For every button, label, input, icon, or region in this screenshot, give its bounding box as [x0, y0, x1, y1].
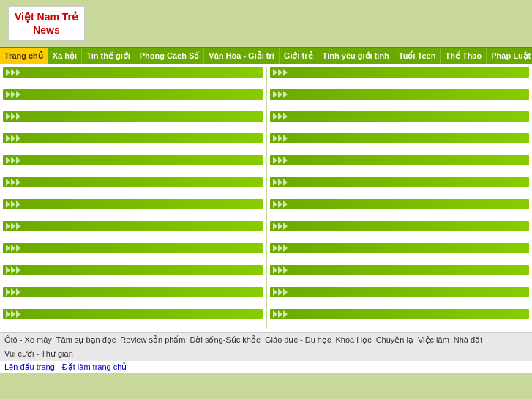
arrow-decoration — [6, 69, 20, 76]
list-item — [3, 67, 263, 86]
nav-item-tinhyeu[interactable]: Tình yêu giới tính — [318, 48, 394, 64]
arrow-decoration — [273, 157, 288, 164]
content-space — [3, 275, 263, 284]
arrow-decoration — [6, 91, 20, 98]
green-bar — [270, 89, 530, 100]
nav-item-phapluat[interactable]: Pháp Luật — [487, 48, 532, 64]
arrow-decoration — [273, 288, 288, 296]
arrow-decoration — [273, 245, 288, 252]
green-bar — [270, 111, 530, 122]
nav-item-vanhoa[interactable]: Văn Hóa - Giải trí — [204, 48, 280, 64]
content-space — [270, 253, 530, 262]
green-bar — [3, 67, 263, 78]
content-space — [270, 187, 530, 196]
footer-link-nhadat[interactable]: Nhà đất — [454, 335, 482, 345]
list-item — [3, 221, 263, 240]
nav-item-xahoi[interactable]: Xã hội — [48, 48, 82, 64]
green-bar — [3, 89, 263, 100]
list-item — [3, 133, 263, 152]
arrow-decoration — [6, 288, 20, 296]
footer-link-homepage[interactable]: Đặt làm trang chủ — [62, 362, 127, 372]
arrow-decoration — [273, 69, 288, 76]
footer-link-vuicuoi[interactable]: Vui cười - Thư giãn — [4, 349, 73, 359]
arrow-decoration — [6, 201, 20, 208]
content-space — [270, 319, 530, 328]
footer-bottom: Lên đầu trang Đặt làm trang chủ — [0, 361, 532, 373]
content-space — [270, 297, 530, 306]
green-bar — [3, 243, 263, 253]
arrow-decoration — [273, 113, 288, 120]
content-space — [3, 209, 263, 218]
green-bar — [3, 199, 263, 209]
green-bar — [3, 155, 263, 165]
green-bar — [270, 221, 530, 231]
nav-item-trangchu[interactable]: Trang chủ — [0, 48, 48, 64]
nav-item-thethao[interactable]: Thể Thao — [441, 48, 487, 64]
list-item — [270, 243, 530, 262]
footer-nav: Ôtô - Xe máy Tâm sự bạn đọc Review sản p… — [0, 332, 532, 361]
arrow-decoration — [6, 245, 20, 252]
content-space — [3, 100, 263, 108]
arrow-decoration — [273, 179, 288, 186]
list-item — [270, 265, 530, 284]
list-item — [270, 111, 530, 130]
navbar: Trang chủ Xã hội Tin thế giới Phong Cách… — [0, 47, 532, 64]
logo-line2: News — [15, 23, 78, 37]
green-bar — [3, 133, 263, 143]
column-right — [270, 67, 530, 329]
arrow-decoration — [6, 113, 20, 120]
footer-link-giaoduc[interactable]: Giáo dục - Du học — [265, 335, 331, 345]
green-bar — [270, 309, 530, 319]
list-item — [3, 111, 263, 130]
content-space — [270, 165, 530, 174]
list-item — [3, 199, 263, 218]
green-bar — [270, 67, 530, 78]
list-item — [3, 177, 263, 196]
list-item — [3, 265, 263, 284]
list-item — [270, 287, 530, 306]
content-space — [270, 231, 530, 240]
list-item — [3, 309, 263, 328]
green-bar — [270, 199, 530, 209]
nav-item-tuoiteen[interactable]: Tuổi Teen — [394, 48, 441, 64]
green-bar — [3, 111, 263, 122]
arrow-decoration — [6, 310, 20, 318]
arrow-decoration — [6, 157, 20, 164]
list-item — [270, 155, 530, 174]
nav-item-phongcachso[interactable]: Phong Cách Số — [135, 48, 205, 64]
list-item — [270, 133, 530, 152]
footer-link-tamsу[interactable]: Tâm sự bạn đọc — [56, 335, 116, 345]
content-space — [270, 78, 530, 86]
logo[interactable]: Việt Nam Trẻ News — [7, 6, 86, 41]
footer-link-top[interactable]: Lên đầu trang — [4, 362, 55, 372]
content-space — [3, 187, 263, 196]
header: Việt Nam Trẻ News — [0, 0, 532, 47]
footer-link-khoahoc[interactable]: Khoa Học — [335, 335, 371, 345]
list-item — [270, 199, 530, 218]
arrow-decoration — [6, 223, 20, 230]
arrow-decoration — [273, 266, 288, 274]
list-item — [3, 243, 263, 262]
green-bar — [3, 309, 263, 319]
green-bar — [270, 243, 530, 253]
footer-link-vieclamm[interactable]: Việc làm — [418, 335, 449, 345]
footer-link-chuyenla[interactable]: Chuyện lạ — [376, 335, 413, 345]
arrow-decoration — [6, 266, 20, 274]
footer-link-review[interactable]: Review sản phẩm — [120, 335, 185, 345]
green-bar — [3, 221, 263, 231]
logo-line1: Việt Nam Trẻ — [15, 10, 78, 23]
content-space — [3, 231, 263, 240]
footer-link-otoxemay[interactable]: Ôtô - Xe máy — [4, 335, 52, 345]
content-space — [270, 100, 530, 108]
list-item — [270, 309, 530, 328]
content-space — [3, 297, 263, 306]
arrow-decoration — [6, 179, 20, 186]
green-bar — [270, 177, 530, 187]
nav-item-tinthegioi[interactable]: Tin thế giới — [82, 48, 135, 64]
footer-link-doisong[interactable]: Đời sống-Sức khỏe — [190, 335, 261, 345]
list-item — [270, 221, 530, 240]
column-separator — [266, 67, 267, 329]
nav-item-gioitre[interactable]: Giới trẻ — [280, 48, 318, 64]
content-space — [270, 143, 530, 152]
content-space — [3, 78, 263, 86]
